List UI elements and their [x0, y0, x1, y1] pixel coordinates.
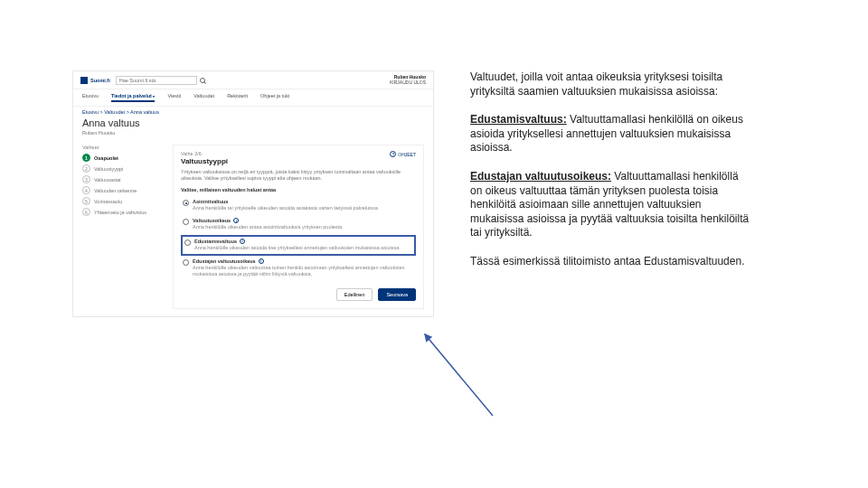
panel-question: Valitse, millaisen valtuuden haluat anta… [181, 187, 416, 192]
svg-line-0 [425, 334, 493, 416]
option-asiointivaltuus[interactable]: Asiointivaltuus Anna henkilölle tai yrit… [181, 196, 416, 215]
stepper: Vaiheet 1Osapuolet 2Valtuustyyppi 3Valtu… [82, 145, 164, 309]
breadcrumb[interactable]: Etusivu > Valtuudet > Anna valtuus [73, 107, 433, 117]
search-input[interactable] [116, 76, 197, 85]
nav-viestit[interactable]: Viestit [167, 93, 181, 102]
note-edustamisvaltuus: Edustamisvaltuus: Valtuuttamallasi henki… [470, 113, 750, 155]
app-screenshot: Suomi.fi Ruben Huusko KIRJAUDU ULOS Etus… [72, 70, 434, 317]
nav-rekisterit[interactable]: Rekisterit [227, 93, 248, 102]
content-panel: Vaihe 2/6 Valtuustyyppi ? OHJEET Yrityks… [173, 145, 424, 309]
info-icon[interactable]: i [240, 239, 245, 244]
step-3[interactable]: 3Valtuusasiat [82, 175, 164, 183]
back-button[interactable]: Edellinen [336, 288, 373, 301]
step-4[interactable]: 4Valtuuden tarkenne [82, 186, 164, 194]
panel-title: Valtuustyyppi [181, 157, 228, 165]
help-link[interactable]: ? OHJEET [390, 151, 416, 157]
option-edustamisvaltuus[interactable]: Edustamisvaltuusi Anna henkilölle oikeud… [181, 235, 416, 256]
next-button[interactable]: Seuraava [378, 288, 416, 301]
page-subtitle: Ruben Huusko [73, 130, 433, 141]
stepper-title: Vaiheet [82, 145, 164, 150]
option-edustajan-valtuutusoikeus[interactable]: Edustajan valtuutusoikeusi Anna henkilöl… [181, 256, 416, 281]
nav-valtuudet[interactable]: Valtuudet [193, 93, 214, 102]
step-5[interactable]: 5Voimassaolo [82, 197, 164, 205]
button-row: Edellinen Seuraava [181, 288, 416, 301]
radio-icon [183, 259, 189, 266]
info-icon[interactable]: i [259, 258, 264, 264]
nav-tiedot[interactable]: Tiedot ja palvelut ▾ [111, 93, 155, 102]
logout-link[interactable]: KIRJAUDU ULOS [390, 80, 426, 86]
logo[interactable]: Suomi.fi [80, 77, 110, 84]
note-edustajan-valtuutusoikeus: Edustajan valtuutusoikeus: Valtuuttamall… [470, 170, 750, 240]
top-bar: Suomi.fi Ruben Huusko KIRJAUDU ULOS [73, 71, 433, 89]
step-dot: 1 [82, 154, 90, 162]
logo-icon [80, 77, 88, 84]
radio-icon [183, 200, 189, 206]
panel-description: Yrityksen valtuuksissa on neljä eri tyyp… [181, 169, 416, 182]
search [116, 76, 384, 85]
search-icon[interactable] [200, 78, 205, 83]
annotation-column: Valtuudet, joilla voit antaa oikeuksia y… [470, 70, 750, 317]
info-icon[interactable]: i [233, 218, 239, 223]
step-6[interactable]: 6Yhteenveto ja vahvistus [82, 208, 164, 216]
radio-icon [184, 239, 191, 246]
step-1[interactable]: 1Osapuolet [82, 154, 164, 162]
callout-arrow [429, 361, 511, 445]
step-indicator: Vaihe 2/6 [181, 151, 228, 156]
note-example: Tässä esimerkissä tilitoimisto antaa Edu… [470, 255, 750, 269]
option-valtuutusoikeus[interactable]: Valtuutusoikeusi Anna henkilölle oikeude… [181, 215, 416, 234]
nav-etusivu[interactable]: Etusivu [82, 93, 99, 102]
logo-text: Suomi.fi [90, 78, 110, 83]
user-block: Ruben Huusko KIRJAUDU ULOS [390, 75, 426, 85]
step-2[interactable]: 2Valtuustyyppi [82, 164, 164, 173]
note-intro: Valtuudet, joilla voit antaa oikeuksia y… [470, 70, 750, 99]
chevron-down-icon: ▾ [153, 94, 155, 99]
help-icon: ? [390, 151, 396, 157]
radio-icon [183, 219, 189, 225]
nav-ohjeet[interactable]: Ohjeet ja tuki [260, 93, 289, 102]
main-nav: Etusivu Tiedot ja palvelut ▾ Viestit Val… [73, 89, 433, 107]
page-title: Anna valtuus [73, 117, 433, 130]
